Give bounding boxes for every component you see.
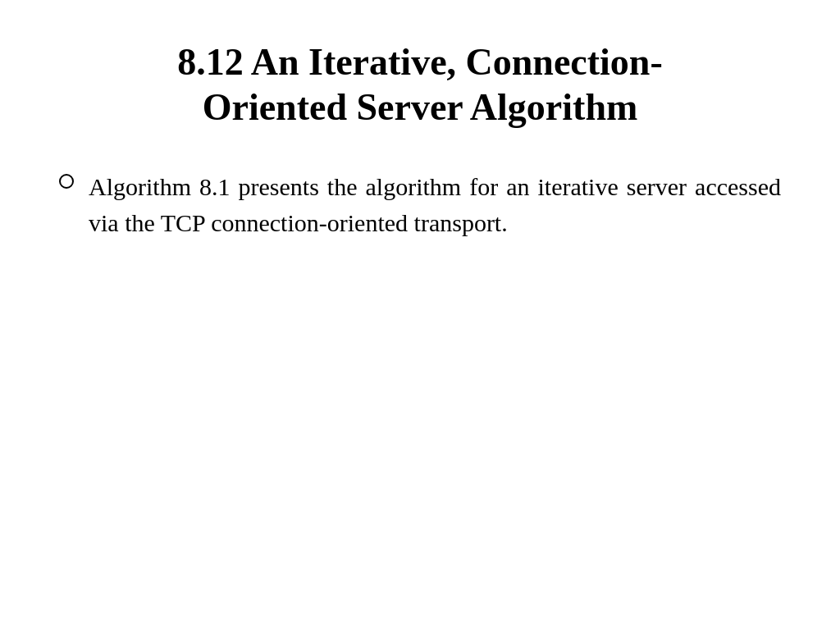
- bullet-text: Algorithm 8.1 presents the algorithm for…: [89, 169, 781, 240]
- bullet-list: Algorithm 8.1 presents the algorithm for…: [59, 169, 781, 253]
- bullet-circle-icon: [59, 174, 74, 189]
- title-line2: Oriented Server Algorithm: [203, 86, 638, 128]
- slide-title: 8.12 An Iterative, Connection- Oriented …: [59, 39, 781, 130]
- slide-container: 8.12 An Iterative, Connection- Oriented …: [0, 0, 840, 630]
- list-item: Algorithm 8.1 presents the algorithm for…: [59, 169, 781, 240]
- title-line1: 8.12 An Iterative, Connection-: [177, 41, 663, 83]
